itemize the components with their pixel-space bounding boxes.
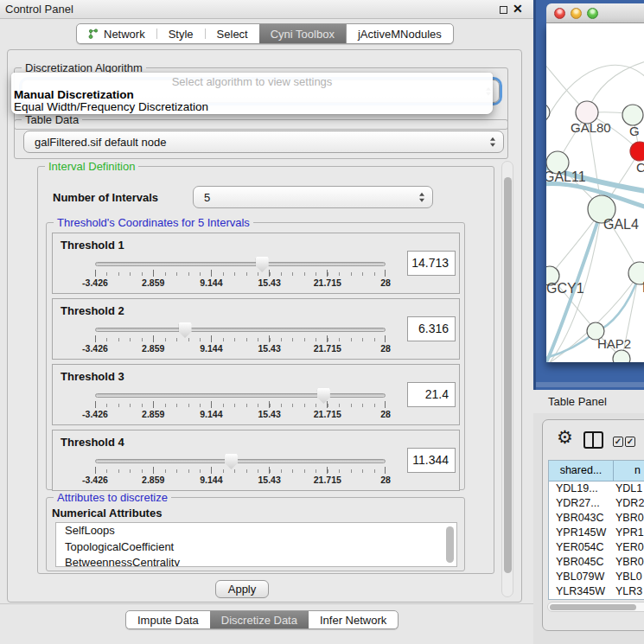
cell[interactable]: YBL0 xyxy=(614,570,644,584)
list-item[interactable]: BetweennessCentrality xyxy=(56,555,456,567)
float-window-icon[interactable] xyxy=(500,6,507,14)
node-partial-bottom[interactable] xyxy=(613,350,630,362)
threshold-1-box: Threshold 1 -3.426 2.859 9.144 15.43 21.… xyxy=(52,233,460,294)
column-header-shared-name[interactable]: shared... xyxy=(549,461,614,481)
table-data-group: Table Data galFiltered.sif default node xyxy=(14,119,508,159)
table-row[interactable]: YER054CYER0 xyxy=(549,540,644,555)
tick-label: 28 xyxy=(380,277,391,288)
close-icon[interactable]: ✕ xyxy=(513,2,523,16)
tab-infer-network[interactable]: Infer Network xyxy=(309,611,398,628)
window-close-icon[interactable] xyxy=(554,8,565,19)
tab-style[interactable]: Style xyxy=(157,24,205,43)
table-row[interactable]: YPR145WYPR1 xyxy=(549,526,644,540)
panel-scrollbar-thumb[interactable] xyxy=(504,177,512,573)
threshold-3-value-field[interactable]: 21.4 xyxy=(407,382,456,407)
threshold-2-value-field[interactable]: 6.316 xyxy=(407,316,456,341)
tick-label: 28 xyxy=(380,475,391,485)
column-header-name[interactable]: n xyxy=(614,461,644,481)
list-scrollbar[interactable] xyxy=(446,526,454,563)
table-row[interactable]: YDL19...YDL1 xyxy=(549,481,644,496)
threshold-1-slider[interactable] xyxy=(95,262,386,266)
cell[interactable]: YLR345W xyxy=(549,584,614,596)
threshold-1-value-field[interactable]: 14.713 xyxy=(407,251,456,276)
cell[interactable]: YBR043C xyxy=(549,511,614,526)
table-row[interactable]: YLR345WYLR3 xyxy=(549,584,644,596)
gear-icon[interactable]: ⚙ xyxy=(557,426,573,449)
node-partial-left[interactable] xyxy=(546,104,550,121)
tab-select[interactable]: Select xyxy=(206,24,259,43)
dropdown-option-equal-width[interactable]: Equal Width/Frequency Discretization xyxy=(14,100,208,113)
network-window-titlebar[interactable] xyxy=(546,3,644,23)
table-panel-title: Table Panel xyxy=(548,395,607,408)
tab-impute-data[interactable]: Impute Data xyxy=(126,611,210,628)
threshold-1-label: Threshold 1 xyxy=(61,239,124,252)
cell[interactable]: YDR2 xyxy=(614,496,644,511)
attributes-group: Attributes to discretize Numerical Attri… xyxy=(46,497,465,571)
dropdown-hint[interactable]: Select algorithm to view settings xyxy=(11,75,493,88)
tab-impute-data-label: Impute Data xyxy=(137,614,199,627)
number-of-intervals-combobox[interactable]: 5 xyxy=(193,186,433,208)
threshold-3-label: Threshold 3 xyxy=(61,370,124,383)
slider-ticks xyxy=(95,335,386,343)
window-zoom-icon[interactable] xyxy=(587,8,598,19)
node-table: shared... n YDL19...YDL1 YDR27...YDR2 YB… xyxy=(548,460,644,600)
threshold-4-slider[interactable] xyxy=(95,459,386,463)
node-top-right[interactable] xyxy=(622,105,643,125)
split-columns-icon[interactable] xyxy=(583,431,603,449)
node-label-gal80: GAL80 xyxy=(571,120,611,135)
tab-cyni-toolbox[interactable]: Cyni Toolbox xyxy=(259,24,346,43)
cell[interactable]: YBR0 xyxy=(614,511,644,526)
table-horizontal-scrollbar[interactable] xyxy=(547,602,644,612)
table-row[interactable]: YBR043CYBR0 xyxy=(549,511,644,526)
list-item[interactable]: TopologicalCoefficient xyxy=(56,539,456,556)
cell[interactable]: YPR145W xyxy=(549,526,614,540)
checkbox-icon[interactable]: ✓ xyxy=(613,437,623,447)
cell[interactable]: YER054C xyxy=(549,540,614,555)
apply-button[interactable]: Apply xyxy=(215,580,269,598)
table-row[interactable]: YBL079WYBL0 xyxy=(549,570,644,584)
table-row[interactable]: YBR045CYBR0 xyxy=(549,555,644,570)
tick-label: 2.859 xyxy=(142,475,164,485)
cell[interactable]: YDL19... xyxy=(549,481,614,496)
window-minimize-icon[interactable] xyxy=(571,8,582,19)
checkbox-icon[interactable]: ✓ xyxy=(625,437,635,447)
threshold-3-slider[interactable] xyxy=(95,393,386,398)
tick-label: 2.859 xyxy=(142,343,164,354)
cell[interactable]: YBR0 xyxy=(614,555,644,570)
table-body: YDL19...YDL1 YDR27...YDR2 YBR043CYBR0 YP… xyxy=(549,481,644,596)
tick-label: 15.43 xyxy=(258,277,280,288)
panel-scrollbar[interactable] xyxy=(501,161,513,597)
network-canvas[interactable]: GAL80 G C GAL11 GAL4 GCY1 H HAP2 xyxy=(546,23,644,362)
control-panel-title: Control Panel xyxy=(5,3,73,16)
dropdown-option-manual[interactable]: Manual Discretization xyxy=(14,88,134,101)
tab-discretize-data[interactable]: Discretize Data xyxy=(210,611,309,628)
cell[interactable]: YBL079W xyxy=(549,570,614,584)
cell[interactable]: YPR1 xyxy=(614,526,644,540)
control-panel-titlebar: Control Panel ✕ xyxy=(0,0,536,19)
tick-label: 9.144 xyxy=(200,475,222,485)
table-panel-area: ⚙ ✓ ✓ shared... n YDL19...YDL1 YDR27...Y… xyxy=(533,413,644,644)
slider-ticks xyxy=(95,270,386,277)
cell[interactable]: YER0 xyxy=(614,540,644,555)
combo-spinner-icon xyxy=(490,137,495,147)
table-row[interactable]: YDR27...YDR2 xyxy=(549,496,644,511)
table-horizontal-scrollbar-thumb[interactable] xyxy=(550,604,636,610)
table-data-value: galFiltered.sif default node xyxy=(35,136,166,149)
tab-jactivemnodules[interactable]: jActiveMNodules xyxy=(346,24,453,43)
numerical-attributes-list[interactable]: SelfLoops TopologicalCoefficient Between… xyxy=(55,522,457,567)
cell[interactable]: YDL1 xyxy=(614,481,644,496)
threshold-2-slider[interactable] xyxy=(95,328,386,332)
cell[interactable]: YLR3 xyxy=(614,584,644,596)
list-item[interactable]: SelfLoops xyxy=(56,523,456,539)
threshold-4-value-field[interactable]: 11.344 xyxy=(407,448,456,473)
slider-tick-labels: -3.426 2.859 9.144 15.43 21.715 28 xyxy=(95,475,386,485)
node-red-selected[interactable] xyxy=(630,142,644,161)
tick-label: 28 xyxy=(380,409,391,419)
cell[interactable]: YDR27... xyxy=(549,496,614,511)
table-data-combobox[interactable]: galFiltered.sif default node xyxy=(23,131,504,153)
tab-network[interactable]: Network xyxy=(77,24,156,43)
tick-label: 9.144 xyxy=(200,409,222,419)
slider-ticks xyxy=(95,467,386,475)
cell[interactable]: YBR045C xyxy=(549,555,614,570)
node-label-cut-g: G xyxy=(629,124,640,138)
